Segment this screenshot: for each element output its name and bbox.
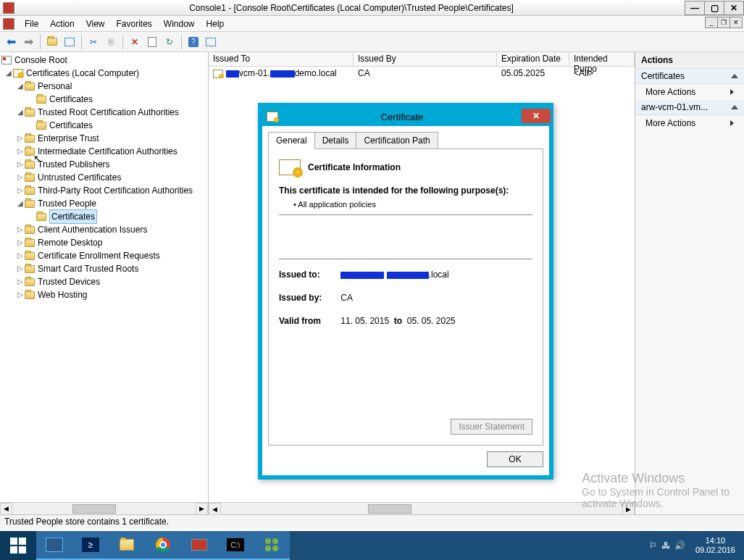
scroll-right-icon[interactable]: ▶ bbox=[196, 503, 208, 515]
menu-action[interactable]: Action bbox=[44, 17, 80, 30]
title-bar: Console1 - [Console Root\Certificates (L… bbox=[0, 0, 744, 16]
list-h-scrollbar[interactable]: ◀ ▶ bbox=[209, 502, 635, 514]
menu-help[interactable]: Help bbox=[201, 17, 230, 30]
mdi-restore[interactable]: ❐ bbox=[717, 17, 730, 28]
cut-button[interactable]: ✂ bbox=[85, 34, 101, 50]
show-hide-tree-button[interactable] bbox=[62, 34, 78, 50]
tree-trusted-publishers[interactable]: ▷Trusted Publishers bbox=[1, 158, 208, 171]
menu-favorites[interactable]: Favorites bbox=[111, 17, 158, 30]
cert-purpose-heading: This certificate is intended for the fol… bbox=[279, 185, 532, 196]
tray-network-icon[interactable]: 🖧 bbox=[661, 540, 670, 551]
start-button[interactable] bbox=[0, 531, 36, 560]
taskbar: ≥ C:\ ⚐ 🖧 🔊 14:1009.02.2016 bbox=[0, 531, 744, 560]
mdi-close[interactable]: ✕ bbox=[730, 17, 743, 28]
scroll-thumb[interactable] bbox=[72, 504, 116, 514]
tree-trusted-root-ca[interactable]: ◢Trusted Root Certification Authorities bbox=[1, 106, 208, 119]
tree-trusted-people-certs[interactable]: Certificates bbox=[1, 210, 208, 223]
task-app-green[interactable] bbox=[254, 531, 290, 560]
tray-clock[interactable]: 14:1009.02.2016 bbox=[690, 536, 741, 555]
certificate-dialog: Certificate ✕ General Details Certificat… bbox=[258, 103, 553, 480]
task-server-manager[interactable] bbox=[36, 531, 72, 560]
forward-button[interactable]: ➡ bbox=[20, 34, 36, 50]
tree-trusted-root-ca-certs[interactable]: Certificates bbox=[1, 119, 208, 132]
svg-rect-3 bbox=[19, 546, 26, 553]
svg-point-6 bbox=[265, 546, 271, 551]
tree-personal-certs[interactable]: Certificates bbox=[1, 93, 208, 106]
tree-personal[interactable]: ◢Personal bbox=[1, 80, 208, 93]
scroll-right-icon[interactable]: ▶ bbox=[622, 503, 635, 515]
tree-trusted-devices[interactable]: ▷Trusted Devices bbox=[1, 275, 208, 288]
close-button[interactable]: ✕ bbox=[724, 1, 744, 15]
col-issued-by[interactable]: Issued By bbox=[354, 52, 497, 66]
help-button[interactable]: ? bbox=[185, 34, 201, 50]
back-button[interactable]: ⬅ bbox=[3, 34, 19, 50]
tree-pane: Console Root ◢Certificates (Local Comput… bbox=[0, 52, 209, 514]
delete-button[interactable]: ✕ bbox=[127, 34, 143, 50]
tree-console-root[interactable]: Console Root bbox=[1, 54, 208, 67]
ok-button[interactable]: OK bbox=[487, 451, 543, 467]
task-cmd[interactable]: C:\ bbox=[217, 531, 254, 560]
tree-third-party-root[interactable]: ▷Third-Party Root Certification Authorit… bbox=[1, 184, 208, 197]
menu-file[interactable]: File bbox=[19, 17, 44, 30]
console-tree[interactable]: Console Root ◢Certificates (Local Comput… bbox=[0, 52, 208, 501]
tree-enterprise-trust[interactable]: ▷Enterprise Trust bbox=[1, 132, 208, 145]
task-chrome[interactable] bbox=[145, 531, 181, 560]
cert-list-row[interactable]: vcm-01.demo.local CA 05.05.2025 <All> bbox=[209, 67, 635, 80]
actions-pane: Actions Certificates More Actions arw-vc… bbox=[635, 52, 744, 514]
minimize-button[interactable]: — bbox=[685, 1, 705, 15]
tree-smartcard-trusted-roots[interactable]: ▷Smart Card Trusted Roots bbox=[1, 262, 208, 275]
scroll-thumb[interactable] bbox=[368, 504, 411, 514]
tree-client-auth-issuers[interactable]: ▷Client Authentication Issuers bbox=[1, 223, 208, 236]
tab-cert-path[interactable]: Certification Path bbox=[356, 132, 438, 149]
tab-details[interactable]: Details bbox=[314, 132, 357, 149]
maximize-button[interactable]: ▢ bbox=[704, 1, 724, 15]
cert-info-title: Certificate Information bbox=[308, 162, 401, 172]
up-button[interactable] bbox=[44, 34, 60, 50]
task-powershell[interactable]: ≥ bbox=[72, 531, 109, 560]
scroll-left-icon[interactable]: ◀ bbox=[209, 503, 221, 515]
properties-button[interactable] bbox=[144, 34, 160, 50]
dialog-close-button[interactable]: ✕ bbox=[522, 109, 551, 123]
certificate-badge-icon bbox=[279, 159, 301, 175]
svg-point-4 bbox=[265, 538, 271, 544]
tree-trusted-people[interactable]: ◢Trusted People bbox=[1, 197, 208, 210]
tab-general[interactable]: General bbox=[268, 132, 315, 149]
tree-web-hosting[interactable]: ▷Web Hosting bbox=[1, 288, 208, 301]
tree-h-scrollbar[interactable]: ◀ ▶ bbox=[0, 502, 208, 514]
app-icon bbox=[3, 2, 14, 14]
col-intended[interactable]: Intended Purpo bbox=[569, 52, 635, 66]
tree-untrusted-certs[interactable]: ▷Untrusted Certificates bbox=[1, 171, 208, 184]
svg-rect-0 bbox=[10, 538, 17, 545]
tree-cert-enroll-requests[interactable]: ▷Certificate Enrollment Requests bbox=[1, 249, 208, 262]
mmc-icon bbox=[3, 18, 14, 30]
chevron-right-icon bbox=[730, 89, 734, 95]
dialog-title: Certificate bbox=[283, 112, 522, 122]
tree-intermediate-ca[interactable]: ▷Intermediate Certification Authorities bbox=[1, 145, 208, 158]
tray-flag-icon[interactable]: ⚐ bbox=[649, 540, 657, 551]
mdi-minimize[interactable]: _ bbox=[705, 17, 718, 28]
scroll-left-icon[interactable]: ◀ bbox=[0, 503, 12, 515]
system-tray: ⚐ 🖧 🔊 14:1009.02.2016 bbox=[649, 536, 744, 555]
copy-button[interactable]: ⎘ bbox=[103, 34, 119, 50]
tree-certs-local[interactable]: ◢Certificates (Local Computer) bbox=[1, 67, 208, 80]
window-title: Console1 - [Console Root\Certificates (L… bbox=[17, 3, 685, 13]
menu-window[interactable]: Window bbox=[158, 17, 201, 30]
export-list-button[interactable] bbox=[203, 34, 219, 50]
certificate-icon bbox=[267, 112, 278, 122]
tray-volume-icon[interactable]: 🔊 bbox=[674, 540, 685, 551]
actions-more-2[interactable]: More Actions bbox=[635, 115, 744, 131]
col-expiration[interactable]: Expiration Date bbox=[497, 52, 569, 66]
task-explorer[interactable] bbox=[109, 531, 145, 560]
svg-rect-1 bbox=[19, 538, 26, 545]
dialog-title-bar[interactable]: Certificate ✕ bbox=[262, 107, 549, 126]
tree-remote-desktop[interactable]: ▷Remote Desktop bbox=[1, 236, 208, 249]
menu-view[interactable]: View bbox=[80, 17, 111, 30]
actions-section-item[interactable]: arw-vcm-01.vm... bbox=[635, 100, 744, 115]
dialog-tabs: General Details Certification Path bbox=[268, 132, 543, 149]
col-issued-to[interactable]: Issued To bbox=[209, 52, 354, 66]
refresh-button[interactable]: ↻ bbox=[162, 34, 177, 50]
actions-section-certificates[interactable]: Certificates bbox=[635, 69, 744, 84]
actions-header: Actions bbox=[635, 52, 744, 69]
actions-more-1[interactable]: More Actions bbox=[635, 84, 744, 100]
task-mmc[interactable] bbox=[181, 531, 217, 560]
